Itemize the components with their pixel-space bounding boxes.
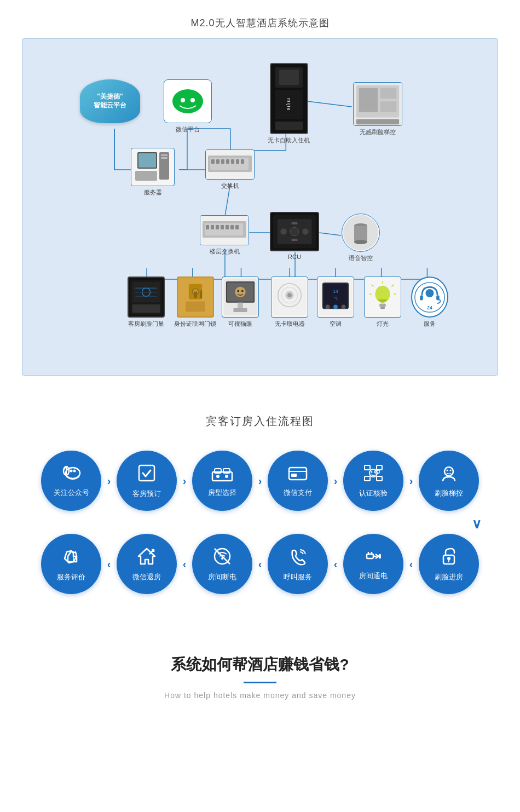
svg-rect-23 [380,88,396,99]
follow-label: 关注公众号 [54,488,89,498]
room-type-icon [211,464,233,485]
node-server: 服务器 [131,148,175,197]
svg-rect-70 [132,304,160,313]
diagram-box: "美捷德"智能云平台 微信平台 [22,38,498,376]
verify-icon [363,464,384,485]
svg-rect-36 [211,159,215,164]
svg-point-108 [426,289,434,297]
arrow-5: › [403,475,419,487]
power-on-icon [363,548,383,568]
svg-text:°C: °C [333,296,338,300]
book-icon [137,463,157,486]
svg-point-82 [241,290,244,292]
arrow-r5: ‹ [403,558,419,571]
node-aircon: 14 °C 空调 [317,277,354,328]
flow-item-follow: 关注公众号 [41,451,101,511]
service-label: 服务 [424,320,436,328]
svg-point-89 [287,293,292,297]
svg-point-135 [447,469,448,471]
svg-line-2 [308,101,352,107]
bottom-title: 系统如何帮酒店赚钱省钱? [22,654,498,675]
svg-rect-58 [291,222,297,224]
svg-rect-116 [139,465,154,481]
node-switch: 交换机 [205,149,255,190]
svg-rect-126 [377,465,382,470]
flow-item-face-ctrl: 刷脸梯控 [419,451,479,511]
diagram-section: M2.0无人智慧酒店系统示意图 [0,0,520,387]
arrow-3: › [252,475,268,487]
face-ctrl-icon [438,464,459,485]
svg-line-5 [319,233,340,235]
svg-rect-62 [354,226,367,242]
svg-rect-22 [359,88,378,112]
server-label: 服务器 [144,188,162,197]
svg-rect-37 [216,159,219,164]
flow-section: 宾客订房入住流程图 关注公众号 › [0,387,520,621]
call-label: 呼叫服务 [284,572,312,582]
arrow-4: › [328,475,343,487]
svg-rect-48 [216,225,219,229]
id-door-label: 身份证联网门锁 [174,320,216,328]
svg-rect-127 [365,476,370,481]
svg-point-57 [302,228,308,234]
flow-item-power-on: 房间通电 [343,534,403,594]
checkout-icon [136,546,157,569]
face-ctrl-label: 刷脸梯控 [435,488,463,498]
flow-item-face-in: 刷脸进房 [419,534,479,594]
flow-item-rating: 服务评价 [41,534,101,594]
svg-rect-38 [221,159,224,164]
switch-label: 交换机 [221,182,239,190]
verify-label: 认证核验 [359,488,388,498]
svg-rect-128 [377,476,382,481]
svg-point-142 [221,557,223,560]
svg-point-130 [371,471,373,473]
svg-rect-30 [161,154,167,156]
svg-point-114 [73,469,76,472]
bottom-section: 系统如何帮酒店赚钱省钱? How to help hotels make mon… [0,621,520,722]
follow-icon [61,464,82,485]
bottom-divider [244,682,276,683]
node-kiosk: mijie 无卡自助入住机 [268,63,310,145]
svg-point-134 [444,467,453,476]
down-arrow: ∨ [472,516,482,532]
svg-rect-29 [159,152,169,180]
svg-rect-24 [380,101,396,112]
arrow-r4: ‹ [328,558,343,571]
svg-point-95 [326,304,330,309]
svg-point-17 [172,89,203,113]
svg-rect-31 [161,157,167,159]
svg-rect-109 [420,295,423,300]
svg-rect-100 [379,303,386,307]
flow-item-power-off: 房间断电 [192,534,252,594]
aircon-label: 空调 [330,320,342,328]
voice-label: 语音智控 [349,254,373,262]
svg-rect-47 [211,225,214,229]
rcu-label: RCU [288,254,301,260]
svg-rect-101 [380,307,385,309]
light-label: 灯光 [377,320,389,328]
node-card-device: 无卡取电器 [271,277,308,328]
svg-rect-124 [291,474,297,477]
down-arrow-container: ∨ [11,516,509,532]
face-in-icon [439,546,459,569]
svg-rect-83 [238,302,243,308]
kiosk-label: 无卡自助入住机 [268,136,310,145]
wechat-label: 微信平台 [176,125,200,134]
power-on-label: 房间通电 [359,571,388,581]
svg-point-121 [225,475,228,478]
room-type-label: 房型选择 [208,488,236,498]
node-wechat: 微信平台 [164,79,212,134]
svg-rect-84 [233,308,247,312]
cloud-icon-box: "美捷德"智能云平台 [80,79,140,123]
svg-rect-147 [379,554,381,558]
flow-item-book: 客房预订 [117,451,177,511]
face-door-label: 客房刷脸门显 [128,320,164,328]
diagram-inner: "美捷德"智能云平台 微信平台 [39,52,481,359]
svg-rect-122 [289,468,307,480]
svg-point-63 [354,240,367,244]
camera-label: 无感刷脸梯控 [360,128,396,136]
flow-item-checkout: 微信退房 [117,534,177,594]
svg-rect-25 [356,119,399,124]
svg-rect-110 [436,295,440,300]
svg-point-120 [216,475,219,478]
